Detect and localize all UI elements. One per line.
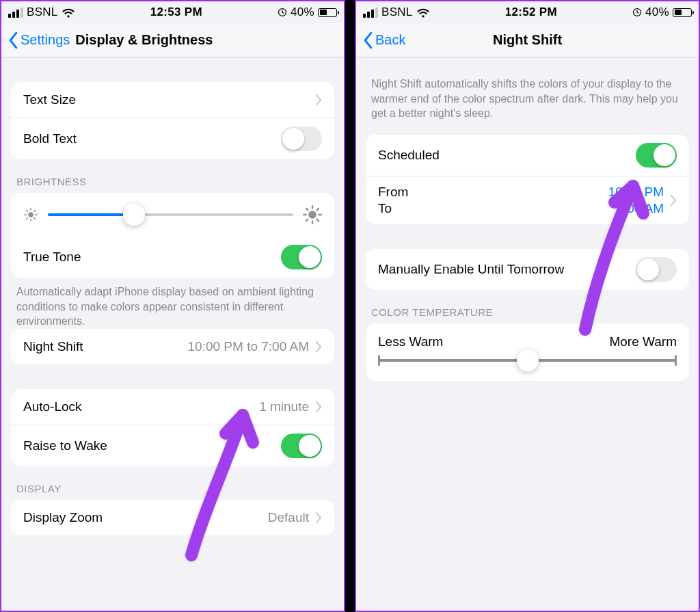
row-label: Display Zoom [23, 510, 268, 525]
svg-line-9 [34, 210, 36, 211]
bold-text-switch[interactable] [281, 127, 322, 151]
wifi-icon [416, 8, 430, 18]
row-label: Raise to Wake [23, 438, 281, 453]
row-label: Scheduled [378, 148, 636, 163]
battery-icon [673, 8, 692, 17]
back-button[interactable]: Settings [8, 32, 70, 49]
row-label: Bold Text [23, 131, 281, 146]
to-value: 7:00 AM [616, 201, 664, 216]
rotation-lock-icon [632, 8, 642, 17]
true-tone-switch[interactable] [281, 245, 322, 269]
brightness-slider[interactable] [48, 213, 293, 216]
battery-pct: 40% [645, 5, 669, 19]
chevron-right-icon [671, 195, 677, 206]
signal-bars-icon [363, 8, 378, 18]
row-display-zoom[interactable]: Display Zoom Default [11, 500, 334, 535]
status-clock: 12:53 PM [150, 5, 202, 19]
back-label: Back [375, 32, 405, 48]
svg-line-8 [26, 218, 27, 219]
row-label: Auto-Lock [23, 399, 259, 414]
sun-small-icon [23, 207, 38, 222]
less-warm-label: Less Warm [378, 334, 443, 349]
settings-scroll[interactable]: Night Shift automatically shifts the col… [356, 57, 699, 401]
carrier-label: BSNL [381, 5, 413, 19]
svg-line-15 [306, 209, 308, 210]
row-label: Night Shift [23, 339, 188, 354]
svg-point-10 [308, 211, 317, 219]
row-text-size[interactable]: Text Size [11, 82, 334, 118]
brightness-slider-row [11, 193, 334, 237]
svg-line-7 [34, 218, 36, 219]
status-bar: BSNL 12:53 PM 40% [1, 1, 344, 23]
wifi-icon [62, 8, 75, 18]
section-header-brightness: BRIGHTNESS [1, 159, 344, 193]
from-value: 10:00 PM [608, 185, 664, 200]
status-clock: 12:52 PM [505, 5, 557, 19]
color-temperature-slider[interactable] [378, 359, 677, 362]
raise-to-wake-switch[interactable] [281, 434, 322, 458]
sun-large-icon [303, 205, 322, 224]
svg-line-17 [306, 219, 308, 221]
back-button[interactable]: Back [363, 32, 405, 49]
row-night-shift[interactable]: Night Shift 10:00 PM to 7:00 AM [11, 329, 334, 364]
section-header-color-temp: COLOR TEMPERATURE [356, 290, 699, 323]
chevron-left-icon [8, 32, 18, 49]
svg-line-16 [317, 219, 319, 221]
battery-pct: 40% [291, 5, 314, 19]
nav-bar: Back Night Shift [356, 23, 699, 57]
row-value: 10:00 PM to 7:00 AM [188, 339, 309, 354]
scheduled-switch[interactable] [636, 143, 677, 168]
row-scheduled: Scheduled [366, 135, 689, 176]
color-temperature-row: Less Warm More Warm [366, 323, 689, 381]
to-label: To [378, 201, 392, 216]
chevron-left-icon [363, 32, 373, 49]
screenshot-night-shift: BSNL 12:52 PM 40% Back Night Shift Night… [355, 0, 700, 612]
row-label: True Tone [23, 250, 281, 265]
row-value: 1 minute [259, 399, 309, 414]
battery-icon [318, 8, 337, 17]
screenshot-display-brightness: BSNL 12:53 PM 40% Settings Display & Bri… [0, 0, 345, 612]
nav-title: Display & Brightness [75, 32, 337, 48]
row-auto-lock[interactable]: Auto-Lock 1 minute [11, 389, 334, 425]
signal-bars-icon [8, 8, 23, 18]
more-warm-label: More Warm [609, 334, 677, 349]
rotation-lock-icon [278, 8, 287, 17]
from-label: From [378, 185, 408, 200]
nav-bar: Settings Display & Brightness [1, 23, 344, 57]
row-schedule-times[interactable]: From 10:00 PM To 7:00 AM [366, 176, 689, 224]
intro-text: Night Shift automatically shifts the col… [356, 57, 699, 121]
chevron-right-icon [316, 512, 322, 523]
row-raise-to-wake: Raise to Wake [11, 425, 334, 466]
row-value: Default [268, 510, 309, 525]
svg-point-1 [28, 212, 33, 217]
row-manual-enable: Manually Enable Until Tomorrow [366, 249, 689, 290]
row-true-tone: True Tone [11, 237, 334, 278]
chevron-right-icon [316, 341, 322, 352]
back-label: Settings [21, 32, 70, 48]
section-footer-true-tone: Automatically adapt iPhone display based… [1, 278, 344, 329]
nav-title: Night Shift [356, 32, 699, 48]
settings-scroll[interactable]: Text Size Bold Text BRIGHTNESS True Tone [1, 82, 344, 556]
manual-enable-switch[interactable] [636, 257, 677, 282]
row-label: Manually Enable Until Tomorrow [378, 262, 636, 277]
chevron-right-icon [316, 401, 322, 412]
svg-line-6 [26, 210, 27, 211]
section-header-display: DISPLAY [1, 466, 344, 500]
chevron-right-icon [316, 94, 322, 105]
row-label: Text Size [23, 92, 309, 107]
status-bar: BSNL 12:52 PM 40% [356, 1, 699, 23]
row-bold-text: Bold Text [11, 118, 334, 159]
carrier-label: BSNL [27, 5, 58, 19]
svg-line-18 [317, 209, 319, 210]
